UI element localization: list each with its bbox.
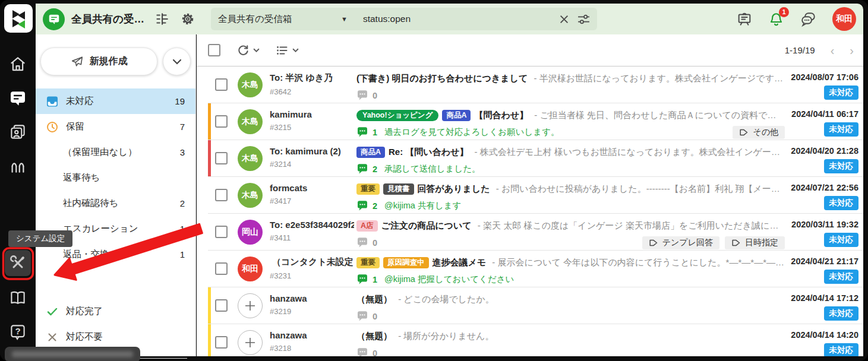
ticket-row[interactable]: 木島 kamimura #3215 Yahoo!ショッピング商品A 【問合わせ】… <box>208 103 863 140</box>
label-chip[interactable]: テンプレ回答 <box>642 236 719 249</box>
label-chip[interactable]: 日時指定 <box>725 236 785 249</box>
ticket-from-text: hanzawa <box>270 293 307 303</box>
comment-count: 0 <box>373 312 377 321</box>
ticket-date: 2024/04/14 14:20 <box>791 330 858 340</box>
label-chip[interactable]: その他 <box>733 126 785 139</box>
folder-label: （保留理由なし） <box>63 146 137 159</box>
comment-count: 0 <box>373 91 377 100</box>
ticket-preview: - 展示会について 今年は以下の内容にて行うことにした。*—*—*—*—*—*… <box>490 257 785 268</box>
compose-more-button[interactable] <box>163 48 191 75</box>
ticket-meta: 2024/04/21 21:17 未対応 <box>785 251 858 284</box>
chevron-down-icon <box>172 59 182 65</box>
ticket-from-column: hanzawa #3218 <box>270 324 354 353</box>
folder-count: 19 <box>175 96 185 106</box>
sidebar-item-contacts[interactable] <box>5 119 31 145</box>
ticket-row[interactable]: hanzawa #3219 （無題） - どこの会場でしたか。 0 2024/0… <box>208 287 863 324</box>
ticket-checkbox[interactable] <box>215 262 228 275</box>
system-settings-tooltip: システム設定 <box>8 230 72 247</box>
folder-panel: 新規作成 未対応19 保留7（保留理由なし）3返事待ち社内確認待ち2エスカレーシ… <box>36 34 196 356</box>
ticket-meta: 2024/04/14 17:12 未対応 <box>785 287 858 321</box>
wrench-screwdriver-icon <box>10 255 26 271</box>
refresh-button[interactable] <box>236 43 260 58</box>
inbox-settings-button[interactable] <box>180 11 195 27</box>
status-item-0[interactable]: 対応完了 <box>36 299 195 324</box>
ticket-badge: 見積書 <box>383 183 414 195</box>
ticket-checkbox[interactable] <box>215 78 228 91</box>
ticket-from: hanzawa <box>270 293 354 303</box>
search-scope-dropdown[interactable]: 全員共有の受信箱 ▼ <box>218 13 348 26</box>
folder-label: 対応不要 <box>66 331 103 343</box>
notifications-button[interactable]: 1 <box>768 11 784 27</box>
ticket-row[interactable]: 木島 formcats #3417 重要見積書 回答がありました - お問い合わ… <box>208 177 863 214</box>
sort-tickets-button[interactable] <box>154 11 169 27</box>
ticket-preview: - 場所が分かりません。 <box>396 331 494 342</box>
sidebar-item-manual[interactable] <box>5 285 31 311</box>
folder-item-0[interactable]: 未対応19 <box>36 88 195 114</box>
app-logo[interactable] <box>4 4 33 33</box>
list-view-button[interactable] <box>275 43 299 58</box>
status-item-1[interactable]: 対応不要 <box>36 324 195 350</box>
ticket-row[interactable]: 和田 （コンタクト未設定） #3231 重要原因調査中 進捗会議メモ - 展示会… <box>208 251 863 287</box>
avatar[interactable] <box>238 330 263 355</box>
announcement-board-icon[interactable] <box>736 11 753 27</box>
sidebar-item-help[interactable]: ? <box>5 319 31 345</box>
folder-item-3[interactable]: 返事待ち <box>36 165 195 191</box>
ticket-labels: その他 <box>727 126 785 139</box>
ticket-checkbox[interactable] <box>215 189 228 201</box>
inbox-badge-icon <box>43 8 65 30</box>
ticket-from-column: kamimura #3215 <box>270 103 354 132</box>
ticket-checkbox[interactable] <box>215 299 228 312</box>
avatar: 和田 <box>238 256 263 281</box>
ticket-subject: (下書き) 明日のお打ち合わせにつきまして <box>356 73 528 84</box>
ticket-checkbox[interactable] <box>215 115 228 128</box>
compose-label: 新規作成 <box>90 55 128 68</box>
folder-count: 3 <box>180 147 185 157</box>
ticket-list: 木島 To: 半沢 ゆき乃 #3642 (下書き) 明日のお打ち合わせにつきまし… <box>197 66 863 356</box>
compose-button[interactable]: 新規作成 <box>40 48 157 75</box>
sidebar-item-tickets[interactable] <box>5 85 31 111</box>
ticket-row[interactable]: hanzawa #3218 （無題） - 場所が分かりません。 0 2024/0… <box>208 324 863 356</box>
ticket-date: 2024/04/11 06:17 <box>791 109 858 119</box>
ticket-badge: Yahoo!ショッピング <box>356 110 438 122</box>
clear-search-icon[interactable] <box>559 14 569 24</box>
next-page-button[interactable]: › <box>850 45 854 56</box>
search-query[interactable]: status:open <box>363 14 411 24</box>
ticket-from: To: kamimura (2) <box>270 146 354 156</box>
ticket-checkbox[interactable] <box>215 152 228 164</box>
filter-sliders-icon[interactable] <box>577 14 590 25</box>
ticket-badge: 商品A <box>442 110 471 122</box>
search-bar[interactable]: 全員共有の受信箱 ▼ status:open <box>211 8 597 30</box>
ticket-content: 商品A Re: 【問い合わせ】 - 株式会社デモ上村 様いつもお世話になっており… <box>356 140 785 176</box>
status-badge: 未対応 <box>824 343 859 356</box>
ticket-row[interactable]: 木島 To: 半沢 ゆき乃 #3642 (下書き) 明日のお打ち合わせにつきまし… <box>208 66 863 103</box>
folder-item-4[interactable]: 社内確認待ち2 <box>36 191 195 216</box>
folder-item-7[interactable] <box>36 267 195 293</box>
ticket-id: #3215 <box>270 123 354 132</box>
ticket-preview: - どこの会場でしたか。 <box>396 294 494 305</box>
ticket-meta: 2024/04/20 21:28 未対応 <box>785 140 858 173</box>
ticket-date: 2024/04/21 21:17 <box>791 256 858 266</box>
ticket-checkbox[interactable] <box>215 226 228 238</box>
inbox-title: 全員共有の受… <box>71 12 144 26</box>
ticket-row[interactable]: 岡山 To: e2e53f3844029f2b12e #3411 A店 ご注文の… <box>208 214 863 251</box>
sidebar-item-home[interactable] <box>5 51 31 77</box>
sidebar-item-system-settings[interactable] <box>5 250 31 276</box>
sort-order-icon <box>154 11 169 27</box>
user-avatar[interactable]: 和田 <box>832 7 856 31</box>
comment-count: 0 <box>373 349 377 357</box>
ticket-from-column: hanzawa #3219 <box>270 287 354 316</box>
ticket-checkbox[interactable] <box>215 336 228 349</box>
select-all-checkbox[interactable] <box>208 44 220 56</box>
avatar[interactable] <box>238 293 263 318</box>
prev-page-button[interactable]: ‹ <box>831 45 835 56</box>
ticket-content: （無題） - 場所が分かりません。 0 <box>356 324 785 356</box>
folder-item-1[interactable]: 保留7 <box>36 114 195 140</box>
ticket-row[interactable]: 木島 To: kamimura (2) #3214 商品A Re: 【問い合わせ… <box>208 140 863 177</box>
chat-bubbles-icon[interactable] <box>800 11 817 28</box>
ticket-note: @kijima 把握しておいてください <box>384 274 514 285</box>
sidebar-item-stats[interactable] <box>5 153 31 179</box>
ticket-preview: - 株式会社デモ上村 様いつもお世話になっております。株式会社インゲージの木島… <box>472 147 785 158</box>
ticket-labels: テンプレ回答 日時指定 <box>636 236 785 249</box>
folder-item-2[interactable]: （保留理由なし）3 <box>36 140 195 165</box>
status-badge: 未対応 <box>824 233 859 247</box>
